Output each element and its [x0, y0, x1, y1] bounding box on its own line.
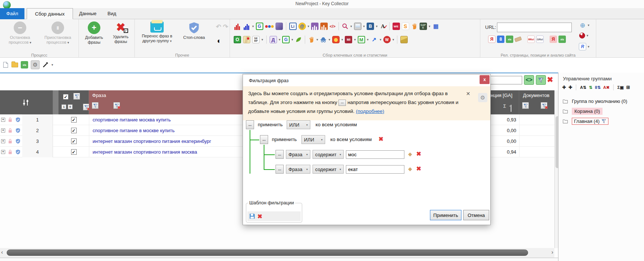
yandex-pos-icon[interactable]: Я — [550, 36, 557, 43]
google-ads-icon[interactable]: G — [282, 36, 290, 43]
stats-purple-icon[interactable] — [311, 23, 318, 30]
add-subgroup-icon[interactable]: ✚ — [568, 85, 572, 90]
chevron-down-icon[interactable]: ▾ — [429, 24, 431, 28]
export-xls-icon[interactable]: xls — [506, 36, 513, 43]
delete-template-icon[interactable]: ✖ — [257, 213, 262, 220]
group-level-button[interactable]: ... — [260, 135, 268, 144]
dialog-gear-icon[interactable]: ⚙ — [478, 93, 487, 102]
condition-field-select[interactable]: Фраза▾ — [286, 165, 310, 174]
chevron-down-icon[interactable]: ▾ — [354, 38, 356, 41]
header-row-options[interactable] — [0, 90, 53, 114]
condition-op-select[interactable]: содержит▾ — [313, 150, 344, 159]
wizard-wand-icon[interactable] — [42, 61, 49, 68]
mi-service-icon[interactable]: MI — [345, 36, 352, 43]
shield-icon[interactable] — [15, 117, 21, 123]
undo-icon[interactable]: ↶ — [216, 23, 221, 30]
chevron-down-icon[interactable]: ▾ — [328, 38, 330, 41]
chevron-down-icon[interactable]: ▾ — [291, 38, 293, 41]
sape-icon[interactable]: SAPE — [420, 23, 427, 30]
lock-icon[interactable] — [7, 138, 13, 144]
condition-level-button[interactable]: ... — [276, 150, 284, 159]
yandex-rel-icon[interactable]: ЯRel — [527, 36, 535, 43]
calculator-icon[interactable]: ▦ — [432, 23, 440, 30]
sort-az-icon[interactable]: A⇅ — [580, 85, 586, 90]
expand-row-icon[interactable]: + — [1, 150, 5, 154]
condition-delete-icon[interactable]: ✖ — [416, 150, 421, 157]
pause-processes-button[interactable]: ‖ Приостановка процессов ▾ — [39, 21, 77, 45]
regex-filter-button[interactable]: <> — [524, 75, 534, 85]
stats-orange-icon[interactable] — [320, 23, 328, 30]
move-phrases-button[interactable]: Перенос фраз в другую группу ▾ — [138, 21, 176, 44]
condition-op-select[interactable]: содержит▾ — [313, 165, 344, 174]
uncheck-all-button[interactable]: 0 — [68, 104, 73, 109]
group-item-trash[interactable]: Корзина (0) — [562, 106, 627, 116]
sort-count-icon[interactable]: 8⇅ — [595, 85, 601, 90]
hand-service-icon[interactable] — [411, 23, 418, 30]
wordstat-chart-blue-icon[interactable] — [243, 23, 250, 30]
expand-row-icon[interactable]: + — [1, 128, 5, 133]
expand-row-icon[interactable]: + — [1, 139, 5, 143]
arrow-growth-icon[interactable]: ↗ — [370, 36, 378, 43]
yandex-check-icon[interactable]: Я — [488, 36, 495, 43]
cancel-button[interactable]: Отмена — [463, 210, 489, 220]
pin-column-icon[interactable] — [511, 105, 511, 112]
settings-gear-icon[interactable]: ⚙ — [31, 60, 40, 69]
lock-icon[interactable] — [7, 128, 13, 133]
chevron-down-icon[interactable]: ▾ — [376, 24, 378, 28]
apply-button[interactable]: Применить — [430, 210, 461, 220]
webeffector-icon[interactable]: WE — [393, 23, 400, 30]
dialog-close-button[interactable]: x — [480, 75, 490, 84]
chevron-down-icon[interactable]: ▾ — [252, 24, 254, 28]
info-close-icon[interactable]: ✕ — [466, 89, 470, 98]
chevron-down-icon[interactable]: ▾ — [261, 38, 263, 41]
toolbar-options-icon[interactable]: ▾ — [51, 63, 53, 67]
select-all-checkbox[interactable]: ✓ — [63, 94, 69, 100]
chevron-down-icon[interactable]: ▾ — [308, 24, 310, 28]
shield-icon[interactable] — [15, 149, 21, 155]
chevron-down-icon[interactable]: ▾ — [367, 38, 369, 41]
condition-field-select[interactable]: Фраза▾ — [286, 150, 310, 159]
sort-remove-icon[interactable]: A✖ — [603, 85, 610, 90]
delete-group-icon[interactable]: ✖ — [378, 135, 383, 143]
chevron-down-icon[interactable]: ▾ — [350, 24, 352, 28]
add-group-icon[interactable]: ✚ — [562, 85, 566, 90]
filter-checked-button[interactable] — [73, 93, 80, 100]
balloons-icon[interactable] — [265, 25, 274, 28]
shield-icon[interactable] — [15, 138, 21, 144]
row-checkbox[interactable]: ✓ — [71, 128, 77, 133]
export-table-icon[interactable]: xls — [21, 61, 28, 68]
group-item-main[interactable]: Главная (4) — [562, 116, 627, 126]
stopwords-button[interactable]: Стоп-слова — [178, 21, 210, 40]
chevron-down-icon[interactable]: ▾ — [380, 38, 381, 41]
delete-phrases-button[interactable]: ✖✓ Удалить фразы — [108, 21, 133, 44]
condition-value-input[interactable] — [346, 150, 404, 159]
add-phrases-button[interactable]: + Добавить фразы — [81, 21, 107, 45]
yandex-direct-icon[interactable]: Д — [270, 36, 277, 43]
snapshot-icon[interactable] — [354, 23, 361, 30]
package-box-icon[interactable] — [400, 36, 408, 43]
chevron-down-icon[interactable]: ▾ — [393, 38, 394, 41]
mail-stats-icon[interactable]: @ — [298, 23, 306, 30]
fire-service-icon[interactable] — [332, 36, 340, 43]
o-service-icon[interactable]: O — [234, 36, 241, 43]
wordstat-chart-red-icon[interactable] — [234, 23, 241, 30]
pie-analysis-item[interactable]: ▾ — [579, 33, 588, 39]
tab-collect-data[interactable]: Сбор данных — [27, 8, 73, 19]
chevron-down-icon[interactable]: ▾ — [341, 38, 343, 41]
spy-icon[interactable] — [320, 36, 327, 43]
leaf-icon[interactable] — [295, 36, 302, 43]
liveinternet-icon[interactable]: Li — [289, 23, 297, 30]
sum-settings-icon[interactable]: Σ▣ — [617, 85, 624, 90]
google-rel-icon[interactable]: GRel — [536, 36, 544, 43]
group-operator-select[interactable]: ИЛИ▾ — [301, 135, 325, 144]
shield-icon[interactable] — [15, 128, 21, 133]
b-service-icon[interactable]: B — [367, 23, 374, 30]
google-stats-icon[interactable]: G — [256, 23, 263, 30]
sum-icon[interactable]: Σ — [503, 104, 506, 109]
eight-service-icon[interactable]: 8 — [497, 36, 504, 43]
row-checkbox[interactable]: ✓ — [71, 138, 77, 144]
phrase-filter-button[interactable] — [92, 102, 99, 109]
tab-data[interactable]: Данные — [77, 8, 99, 19]
info-more-link[interactable]: (подробнее) — [356, 108, 384, 114]
m-service-icon[interactable]: M — [358, 36, 365, 43]
